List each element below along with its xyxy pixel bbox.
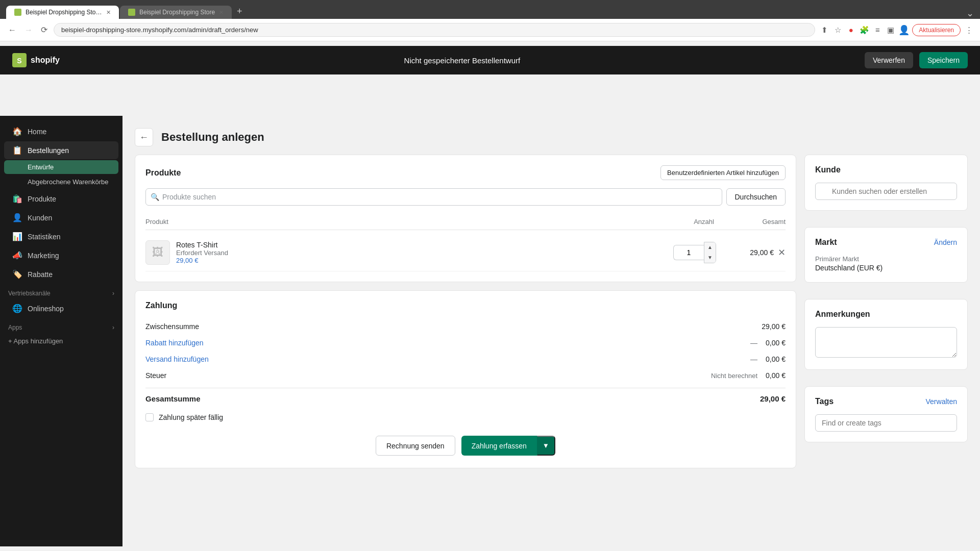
tab-close-1[interactable]: ✕ (106, 9, 111, 16)
browser-tab-1[interactable]: Beispiel Dropshipping Store · E... ✕ (6, 6, 119, 19)
product-price-link[interactable]: 29,00 € (176, 257, 673, 264)
markt-location: Deutschland (EUR €) (815, 264, 957, 272)
steuer-note: Nicht berechnet (711, 372, 757, 380)
sidebar-entwuerfe-label: Entwürfe (28, 163, 54, 171)
sidebar-item-marketing[interactable]: 📣 Marketing (4, 246, 118, 264)
remove-product-button[interactable]: ✕ (778, 247, 786, 258)
sidebar-item-entwuerfe[interactable]: Entwürfe (4, 160, 118, 174)
later-payment-checkbox[interactable] (145, 413, 154, 421)
product-search-row: 🔍 Durchsuchen (145, 188, 786, 206)
product-name: Rotes T-Shirt (176, 241, 673, 249)
vertriebskanaele-chevron[interactable]: › (112, 290, 114, 297)
forward-nav-button[interactable]: → (22, 23, 35, 37)
right-column: Kunde 🔍 Markt Ändern Primärer M (804, 155, 968, 477)
total-label: Gesamtsumme (145, 394, 201, 403)
zahlung-header: Zahlung (145, 301, 786, 310)
customer-search-input[interactable] (815, 183, 957, 200)
tab-close-2[interactable]: ✕ (219, 9, 224, 16)
avatar-icon[interactable]: 👤 (899, 25, 909, 35)
produkte-card: Produkte Benutzerdefinierten Artikel hin… (135, 155, 796, 282)
rechnung-button[interactable]: Rechnung senden (376, 436, 455, 456)
sidebar-item-produkte-label: Produkte (28, 195, 56, 203)
sidebar-add-apps[interactable]: + Apps hinzufügen (0, 333, 122, 349)
aktualisieren-button[interactable]: Aktualisieren (912, 24, 961, 36)
back-button[interactable]: ← (135, 128, 153, 146)
versand-row: Versand hinzufügen — 0,00 € (145, 351, 786, 367)
page-header: ← Bestellung anlegen (122, 116, 980, 155)
apps-chevron[interactable]: › (112, 324, 114, 331)
versand-link[interactable]: Versand hinzufügen (145, 355, 209, 363)
bookmark-icon[interactable]: ☆ (832, 25, 843, 35)
address-bar[interactable] (54, 23, 815, 37)
markt-aendern-link[interactable]: Ändern (934, 238, 957, 246)
rabatt-link[interactable]: Rabatt hinzufügen (145, 339, 204, 347)
sidebar-item-kunden[interactable]: 👤 Kunden (4, 209, 118, 227)
col-gesamt: Gesamt (734, 218, 786, 226)
sidebar-item-kunden-label: Kunden (28, 214, 52, 222)
markt-header: Markt Ändern (815, 238, 957, 247)
tags-input[interactable] (815, 414, 957, 432)
customers-icon: 👤 (12, 213, 22, 222)
quantity-control: ▲ ▼ (673, 242, 734, 263)
sidebar-item-statistiken-label: Statistiken (28, 233, 61, 241)
add-custom-button[interactable]: Benutzerdefinierten Artikel hinzufügen (660, 165, 786, 180)
qty-up-button[interactable]: ▲ (704, 242, 716, 253)
product-search-input[interactable] (145, 188, 722, 206)
sidebar-item-statistiken[interactable]: 📊 Statistiken (4, 228, 118, 245)
back-nav-button[interactable]: ← (6, 23, 18, 37)
opera-icon[interactable]: ● (846, 25, 856, 35)
sidebar-item-onlineshop[interactable]: 🌐 Onlineshop (4, 299, 118, 317)
home-icon: 🏠 (12, 127, 22, 136)
zahlung-dropdown-button[interactable]: ▼ (537, 436, 555, 456)
sidebar-item-marketing-label: Marketing (28, 252, 59, 260)
menu-icon[interactable]: ≡ (872, 25, 883, 35)
vertriebskanaele-label: Vertriebskanäle (8, 290, 51, 297)
qty-down-button[interactable]: ▼ (704, 253, 716, 263)
tags-verwalten-link[interactable]: Verwalten (926, 397, 957, 406)
sidebar-item-bestellungen-label: Bestellungen (28, 146, 69, 155)
speichern-button[interactable]: Speichern (919, 52, 968, 68)
sidebar-item-rabatte-label: Rabatte (28, 270, 53, 279)
vertriebskanaele-section: Vertriebskanäle › (0, 284, 122, 299)
more-options-icon[interactable]: ⋮ (964, 25, 974, 35)
product-info: 🖼 Rotes T-Shirt Erfordert Versand 29,00 … (145, 240, 673, 265)
reload-button[interactable]: ⟳ (39, 23, 50, 37)
product-search-icon: 🔍 (151, 193, 159, 201)
anmerkungen-input[interactable] (815, 327, 957, 358)
steuer-row: Steuer Nicht berechnet 0,00 € (145, 367, 786, 384)
products-icon: 🛍️ (12, 194, 22, 204)
later-payment-label: Zahlung später fällig (159, 413, 223, 421)
markt-card: Markt Ändern Primärer Markt Deutschland … (804, 227, 968, 283)
quantity-input[interactable] (673, 245, 704, 260)
anmerkungen-card: Anmerkungen (804, 299, 968, 370)
sidebar-item-produkte[interactable]: 🛍️ Produkte (4, 190, 118, 208)
sidebar-toggle-icon[interactable]: ▣ (886, 25, 896, 35)
verwerfen-button[interactable]: Verwerfen (865, 52, 913, 68)
steuer-right: Nicht berechnet 0,00 € (711, 371, 786, 380)
browser-expand-icon[interactable]: ⌄ (966, 8, 974, 19)
browser-tab-2[interactable]: Beispiel Dropshipping Store ✕ (120, 6, 232, 19)
tags-card: Tags Verwalten (804, 386, 968, 442)
extension-icon[interactable]: 🧩 (859, 25, 869, 35)
sidebar-item-abgebrochene[interactable]: Abgebrochene Warenkörbe (4, 175, 118, 189)
tags-header: Tags Verwalten (815, 397, 957, 406)
new-tab-button[interactable]: + (233, 4, 247, 19)
tab-favicon-1 (14, 9, 21, 16)
browser-chrome: Beispiel Dropshipping Store · E... ✕ Bei… (0, 0, 980, 19)
sidebar-item-home[interactable]: 🏠 Home (4, 122, 118, 140)
sidebar-item-bestellungen[interactable]: 📋 Bestellungen (4, 141, 118, 159)
markt-title: Markt (815, 238, 837, 247)
kunde-title: Kunde (815, 165, 841, 174)
product-details: Rotes T-Shirt Erfordert Versand 29,00 € (176, 241, 673, 264)
share-icon[interactable]: ⬆ (819, 25, 829, 35)
durchsuchen-button[interactable]: Durchsuchen (726, 188, 786, 206)
marketing-icon: 📣 (12, 251, 22, 260)
sidebar-onlineshop-label: Onlineshop (28, 305, 64, 313)
zahlung-erfassen-button[interactable]: Zahlung erfassen (461, 436, 537, 456)
rabatt-dash: — (750, 339, 757, 347)
zwischensumme-label: Zwischensumme (145, 322, 199, 331)
browser-toolbar: ← → ⟳ ⬆ ☆ ● 🧩 ≡ ▣ 👤 Aktualisieren ⋮ (0, 19, 980, 41)
customer-search-wrap: 🔍 (815, 183, 957, 200)
left-column: Produkte Benutzerdefinierten Artikel hin… (135, 155, 796, 477)
sidebar-item-rabatte[interactable]: 🏷️ Rabatte (4, 265, 118, 283)
